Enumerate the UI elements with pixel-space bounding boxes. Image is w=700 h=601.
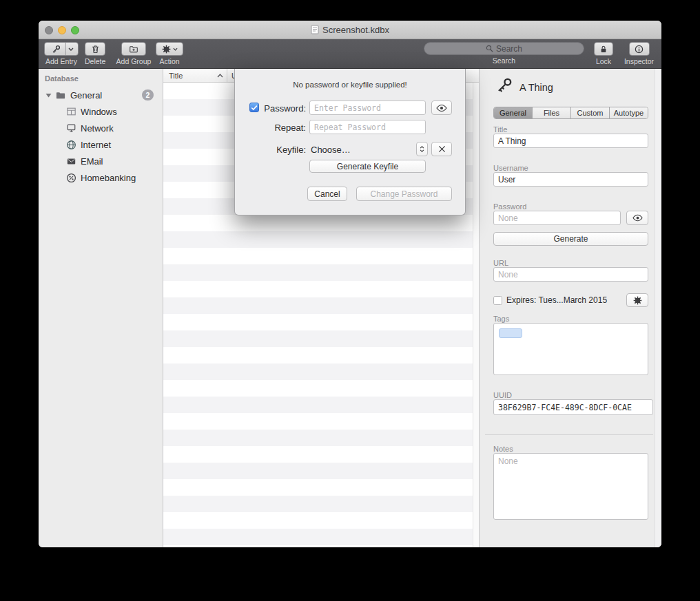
- zoom-button[interactable]: [71, 26, 79, 34]
- url-field-label: URL: [493, 259, 508, 267]
- change-password-button[interactable]: Change Password: [356, 187, 452, 201]
- tab-custom[interactable]: Custom: [571, 107, 610, 118]
- add-group-label: Add Group: [116, 57, 152, 65]
- uuid-input[interactable]: [493, 399, 653, 415]
- action-label: Action: [159, 57, 179, 65]
- toolbar-item-action: Action: [156, 42, 183, 65]
- expires-settings-button[interactable]: [626, 293, 648, 307]
- toolbar-item-lock: Lock: [593, 42, 615, 65]
- username-input[interactable]: [493, 172, 648, 187]
- column-header-title[interactable]: Title: [163, 69, 227, 82]
- search-label: Search: [493, 56, 515, 65]
- percent-coin-icon: [66, 173, 76, 183]
- entry-title: A Thing: [519, 82, 553, 93]
- sort-ascending-icon: [217, 74, 223, 78]
- keyfile-popup-value[interactable]: Choose…: [311, 145, 351, 155]
- dialog-repeat-input[interactable]: [309, 120, 426, 134]
- window-title-area: Screenshot.kdbx: [311, 25, 389, 35]
- password-checkbox[interactable]: [249, 103, 259, 112]
- folder-icon: [55, 90, 66, 101]
- add-entry-label: Add Entry: [45, 57, 77, 65]
- tab-general[interactable]: General: [494, 107, 533, 118]
- url-input[interactable]: [493, 267, 648, 282]
- inspector-scrollbar[interactable]: [655, 69, 661, 547]
- entry-count-badge: 2: [142, 89, 154, 101]
- sidebar: Database General 2 Windows: [39, 69, 163, 547]
- notes-textarea[interactable]: [493, 453, 648, 520]
- search-input[interactable]: Search: [424, 42, 584, 55]
- inspector-label: Inspector: [624, 57, 654, 65]
- add-entry-button[interactable]: [44, 42, 79, 56]
- generate-password-button[interactable]: Generate: [493, 232, 648, 246]
- inspector-button[interactable]: [629, 42, 650, 56]
- toolbar-item-add-entry: Add Entry: [44, 42, 79, 65]
- disclosure-triangle-icon[interactable]: [45, 93, 52, 98]
- generate-keyfile-button[interactable]: Generate Keyfile: [309, 160, 426, 173]
- close-button[interactable]: [45, 26, 53, 34]
- sidebar-item-label: Windows: [81, 107, 117, 117]
- list-scrollbar[interactable]: [473, 83, 479, 547]
- lock-icon: [599, 45, 608, 54]
- dialog-password-label: Password:: [261, 103, 306, 114]
- dialog-password-input[interactable]: [309, 101, 426, 115]
- delete-button[interactable]: [85, 42, 105, 56]
- gear-icon: [162, 45, 171, 54]
- inspector-tabs: General Files Custom Autotype: [493, 107, 648, 119]
- sidebar-item-homebanking[interactable]: Homebanking: [39, 169, 163, 186]
- expires-checkbox[interactable]: [493, 296, 502, 305]
- minimize-button[interactable]: [58, 26, 66, 34]
- toolbar-item-delete: Delete: [85, 42, 105, 65]
- tab-autotype[interactable]: Autotype: [610, 107, 648, 118]
- titlebar: Screenshot.kdbx: [39, 21, 661, 39]
- sidebar-item-label: Network: [81, 123, 114, 134]
- cancel-button[interactable]: Cancel: [307, 187, 347, 201]
- tags-field-label: Tags: [493, 315, 509, 323]
- sidebar-item-network[interactable]: Network: [39, 120, 163, 136]
- toolbar-item-search: Search Search: [424, 42, 584, 65]
- title-input[interactable]: [493, 134, 648, 148]
- window-title: Screenshot.kdbx: [322, 25, 389, 35]
- username-field-label: Username: [493, 164, 528, 172]
- lock-label: Lock: [596, 57, 611, 65]
- chevron-down-icon[interactable]: [65, 43, 76, 55]
- dialog-repeat-label: Repeat:: [261, 123, 306, 133]
- sidebar-section-header: Database: [45, 74, 79, 83]
- envelope-icon: [66, 157, 76, 166]
- sidebar-item-internet[interactable]: Internet: [39, 136, 163, 153]
- windows-icon: [66, 107, 76, 116]
- sidebar-group-general[interactable]: General 2: [39, 87, 163, 103]
- tag-token[interactable]: [499, 328, 522, 338]
- add-group-button[interactable]: [121, 42, 146, 56]
- keyfile-popup-stepper[interactable]: [416, 142, 428, 156]
- sidebar-item-windows[interactable]: Windows: [39, 103, 163, 120]
- document-icon: [311, 25, 319, 34]
- key-icon: [47, 43, 65, 55]
- tab-files[interactable]: Files: [533, 107, 571, 118]
- tags-box[interactable]: [493, 323, 648, 375]
- globe-icon: [66, 140, 76, 150]
- close-icon: [438, 145, 446, 153]
- check-icon: [251, 105, 258, 111]
- search-icon: [486, 45, 493, 52]
- toolbar-item-add-group: Add Group: [114, 42, 153, 65]
- gear-icon: [633, 296, 642, 305]
- eye-icon: [632, 214, 643, 222]
- notes-field-label: Notes: [493, 445, 513, 453]
- show-password-button[interactable]: [626, 211, 648, 225]
- action-button[interactable]: [156, 42, 183, 56]
- lock-button[interactable]: [594, 42, 613, 56]
- dialog-show-password-button[interactable]: [431, 101, 452, 115]
- password-field-label: Password: [493, 202, 526, 211]
- sidebar-item-email[interactable]: EMail: [39, 153, 163, 169]
- expires-row: Expires: Tues...March 2015: [493, 295, 607, 305]
- title-field-label: Title: [493, 125, 507, 134]
- password-input[interactable]: [493, 211, 621, 225]
- toolbar-item-inspector: Inspector: [619, 42, 659, 65]
- macpass-window: Screenshot.kdbx Add Entry: [39, 21, 661, 547]
- monitor-icon: [66, 123, 76, 133]
- chevron-down-icon: [173, 48, 178, 51]
- sidebar-item-label: Internet: [81, 140, 111, 150]
- column-title-label: Title: [169, 72, 183, 80]
- clear-keyfile-button[interactable]: [431, 142, 452, 156]
- eye-icon: [436, 104, 447, 112]
